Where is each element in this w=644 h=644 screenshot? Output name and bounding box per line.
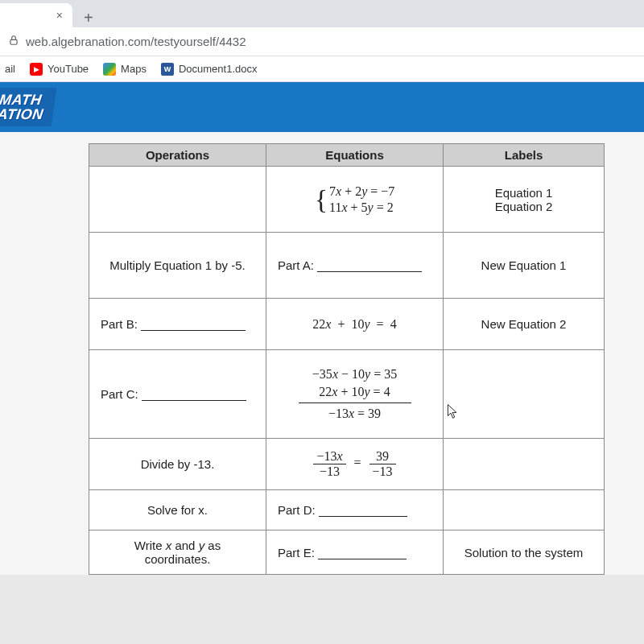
blank-prefix: Part A: bbox=[278, 258, 314, 272]
fill-blank[interactable] bbox=[318, 546, 407, 559]
fill-blank[interactable] bbox=[319, 504, 407, 518]
cell-label: Equation 1 Equation 2 bbox=[444, 167, 605, 233]
youtube-icon: ▶ bbox=[30, 63, 43, 76]
bookmark-document[interactable]: W Document1.docx bbox=[161, 63, 258, 76]
cell-eq: Part A: bbox=[266, 233, 444, 299]
equation-text: 22x + 10y = 4 bbox=[319, 385, 390, 399]
equation-sum: −13x = 39 bbox=[299, 402, 411, 421]
bookmark-label: Maps bbox=[121, 63, 147, 75]
table-row: Write x and y as coordinates. Part E: So… bbox=[89, 530, 605, 575]
cell-op: Solve for x. bbox=[89, 490, 266, 530]
cell-label bbox=[444, 490, 605, 530]
fill-blank[interactable] bbox=[142, 388, 246, 402]
cell-op: Divide by -13. bbox=[89, 439, 266, 490]
left-brace-icon: { bbox=[315, 186, 328, 213]
url-text[interactable]: web.algebranation.com/testyourself/4432 bbox=[26, 35, 246, 48]
cell-eq: 22x + 10y = 4 bbox=[266, 299, 444, 350]
close-icon[interactable]: × bbox=[56, 9, 63, 22]
bookmark-label: ail bbox=[5, 63, 15, 75]
table-header-row: Operations Equations Labels bbox=[89, 144, 605, 167]
equation-text: 7x + 2y = −7 bbox=[329, 184, 394, 199]
table-row: Divide by -13. −13x −13 = 39 −13 bbox=[89, 439, 605, 490]
col-header-equations: Equations bbox=[266, 144, 444, 167]
word-icon: W bbox=[161, 63, 174, 76]
worksheet-table: Operations Equations Labels { 7x + 2y = … bbox=[89, 143, 605, 575]
cell-eq: Part E: bbox=[266, 530, 444, 575]
blank-prefix: Part B: bbox=[101, 317, 138, 331]
cell-op: Part B: bbox=[89, 299, 266, 350]
tab-strip: × + bbox=[0, 0, 644, 27]
browser-tab[interactable]: × bbox=[0, 3, 72, 27]
fraction-left: −13x −13 bbox=[313, 449, 345, 479]
blank-prefix: Part D: bbox=[278, 503, 316, 517]
bookmark-youtube[interactable]: ▶ YouTube bbox=[30, 63, 89, 76]
blank-prefix: Part E: bbox=[278, 546, 315, 559]
cell-eq: { 7x + 2y = −7 11x + 5y = 2 bbox=[266, 167, 444, 233]
fill-blank[interactable] bbox=[141, 318, 246, 332]
cell-eq: −13x −13 = 39 −13 bbox=[266, 439, 444, 490]
cell-label: Solution to the system bbox=[444, 530, 605, 575]
cell-op: Multiply Equation 1 by -5. bbox=[89, 233, 266, 299]
cell-label: New Equation 2 bbox=[444, 299, 605, 350]
table-row: Part C: −35x − 10y = 35 22x + 10y = 4 −1… bbox=[89, 350, 605, 439]
address-bar: web.algebranation.com/testyourself/4432 bbox=[0, 27, 644, 56]
cell-op: Write x and y as coordinates. bbox=[89, 530, 266, 575]
table-row: Part B: 22x + 10y = 4 New Equation 2 bbox=[89, 299, 605, 350]
cell-label bbox=[444, 439, 605, 490]
logo-line-1: MATH bbox=[0, 93, 47, 107]
bookmark-label: Document1.docx bbox=[179, 63, 258, 75]
bookmark-label: YouTube bbox=[47, 63, 89, 75]
logo-line-2: ATION bbox=[0, 107, 44, 122]
cell-label bbox=[444, 350, 605, 439]
maps-icon bbox=[103, 63, 116, 76]
table-row: { 7x + 2y = −7 11x + 5y = 2 Equation 1 E… bbox=[89, 167, 605, 233]
cell-op bbox=[89, 167, 266, 233]
bookmarks-bar: ail ▶ YouTube Maps W Document1.docx bbox=[0, 56, 644, 82]
cell-label: New Equation 1 bbox=[444, 233, 605, 299]
label-text: Equation 1 bbox=[455, 186, 592, 200]
table-row: Multiply Equation 1 by -5. Part A: New E… bbox=[89, 233, 605, 299]
new-tab-button[interactable]: + bbox=[72, 9, 105, 27]
table-row: Solve for x. Part D: bbox=[89, 490, 605, 530]
equation-text: 11x + 5y = 2 bbox=[329, 200, 394, 215]
site-logo[interactable]: MATH ATION bbox=[0, 88, 57, 126]
cell-eq: Part D: bbox=[266, 490, 444, 530]
bookmark-mail[interactable]: ail bbox=[5, 63, 15, 75]
col-header-labels: Labels bbox=[444, 144, 605, 167]
blank-prefix: Part C: bbox=[101, 387, 138, 401]
fill-blank[interactable] bbox=[317, 259, 422, 273]
label-text: Equation 2 bbox=[455, 200, 592, 213]
svg-rect-0 bbox=[10, 39, 17, 44]
cell-eq: −35x − 10y = 35 22x + 10y = 4 −13x = 39 bbox=[266, 350, 444, 439]
lock-icon bbox=[8, 35, 19, 49]
cell-op: Part C: bbox=[89, 350, 266, 439]
col-header-operations: Operations bbox=[89, 144, 266, 167]
bookmark-maps[interactable]: Maps bbox=[103, 63, 147, 76]
fraction-right: 39 −13 bbox=[369, 449, 396, 479]
main-content: Operations Equations Labels { 7x + 2y = … bbox=[0, 132, 644, 575]
site-header: MATH ATION bbox=[0, 82, 644, 132]
equation-text: −35x − 10y = 35 bbox=[312, 367, 397, 382]
equation-text: 22x + 10y = 4 bbox=[312, 317, 396, 331]
